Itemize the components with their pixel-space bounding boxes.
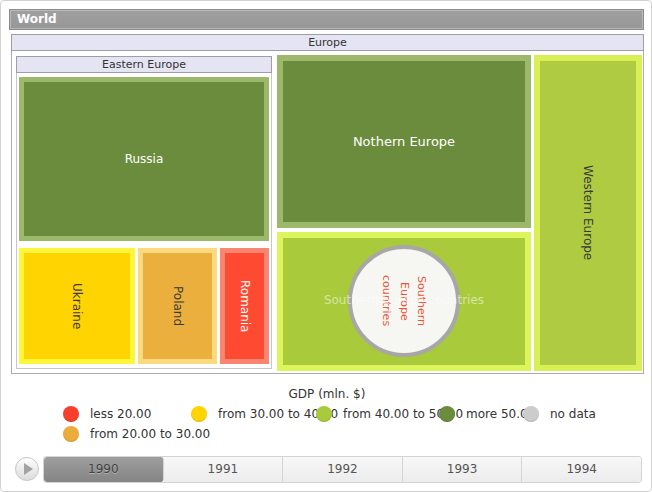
year-tab-1992[interactable]: 1992 (283, 457, 403, 482)
legend-dot-orange (63, 426, 79, 442)
legend-label: no data (550, 407, 596, 421)
legend-dot-yellowgreen (316, 406, 332, 422)
treemap-node-poland[interactable]: Poland (138, 248, 217, 364)
legend-item-less-20[interactable]: less 20.00 (63, 405, 151, 422)
southern-europe-label: Southern Europe countries (378, 275, 429, 326)
treemap-node-russia[interactable]: Russia (19, 77, 269, 241)
treemap-node-romania[interactable]: Romania (220, 248, 269, 364)
romania-label: Romania (238, 280, 252, 332)
legend-item-more-50[interactable]: more 50.00 (439, 405, 535, 422)
treemap-node-ukraine[interactable]: Ukraine (19, 248, 135, 364)
year-tab-1990[interactable]: 1990 (44, 457, 164, 482)
russia-label: Russia (125, 152, 164, 166)
play-button[interactable] (15, 457, 39, 481)
legend-dot-gray (523, 406, 539, 422)
europe-header[interactable]: Europe (11, 34, 644, 51)
play-icon (24, 463, 33, 475)
treemap-node-western-europe[interactable]: Western Europe (534, 55, 642, 371)
legend-item-20-30[interactable]: from 20.00 to 30.00 (63, 425, 210, 442)
legend-title: GDP (mln. $) (1, 387, 652, 401)
northern-europe-label: Nothern Europe (353, 134, 455, 149)
legend-dot-yellow (191, 406, 207, 422)
ukraine-label: Ukraine (70, 283, 84, 329)
year-tab-1993[interactable]: 1993 (403, 457, 523, 482)
legend-item-no-data[interactable]: no data (523, 405, 596, 422)
year-tab-1994[interactable]: 1994 (522, 457, 641, 482)
legend-label: less 20.00 (90, 407, 151, 421)
southern-europe-no-data-circle[interactable]: Southern Europe countries (348, 245, 460, 357)
treemap-chart: World Europe Eastern Europe Russia Ukrai… (0, 0, 652, 492)
legend-dot-darkgreen (439, 406, 455, 422)
drillup-bar-world[interactable]: World (9, 9, 644, 30)
year-tab-1991[interactable]: 1991 (164, 457, 284, 482)
legend-label: from 20.00 to 30.00 (90, 427, 210, 441)
eastern-europe-header[interactable]: Eastern Europe (16, 56, 272, 73)
western-europe-label: Western Europe (581, 165, 595, 260)
legend-dot-red (63, 406, 79, 422)
poland-label: Poland (171, 286, 185, 326)
treemap-node-northern-europe[interactable]: Nothern Europe (277, 55, 531, 228)
year-timeline: 1990 1991 1992 1993 1994 (44, 457, 641, 482)
